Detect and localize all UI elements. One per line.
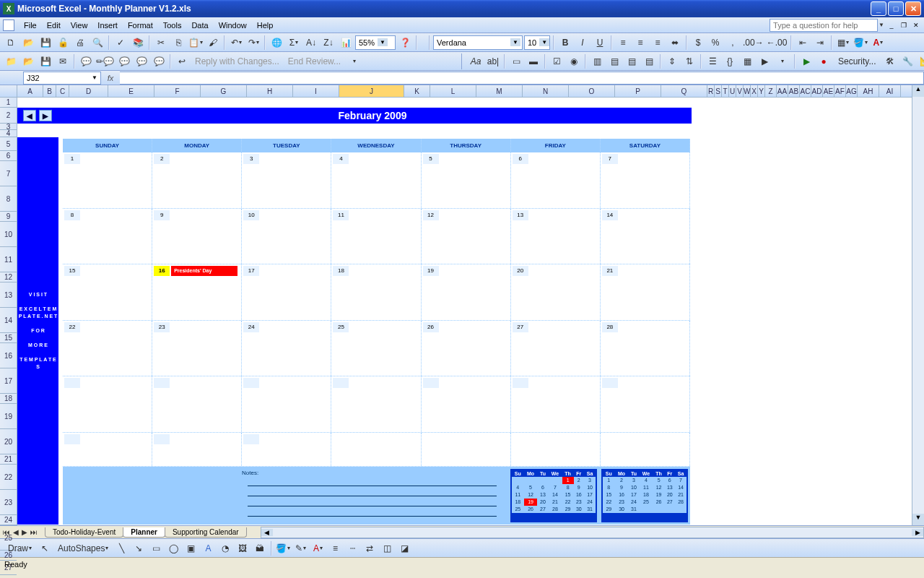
- column-header[interactable]: O: [569, 85, 615, 97]
- calendar-day-cell[interactable]: 27: [511, 321, 601, 376]
- tab-nav-next[interactable]: ▶: [22, 528, 27, 536]
- help-dropdown-icon[interactable]: ▼: [878, 22, 884, 28]
- row-header[interactable]: 9: [0, 212, 17, 222]
- calendar-day-cell[interactable]: 23: [152, 321, 242, 376]
- spelling-button[interactable]: ✓: [113, 35, 128, 51]
- align-right-button[interactable]: ≡: [650, 35, 666, 51]
- cut-button[interactable]: ✂: [153, 35, 169, 51]
- row-header[interactable]: 14: [0, 308, 17, 333]
- calendar-day-cell[interactable]: 2: [152, 152, 242, 208]
- menu-tools[interactable]: Tools: [158, 20, 187, 31]
- calendar-day-cell[interactable]: 9: [152, 209, 242, 264]
- label-button[interactable]: Aa: [468, 53, 484, 69]
- option-button[interactable]: ◉: [566, 53, 582, 69]
- menu-view[interactable]: View: [66, 20, 93, 31]
- column-header[interactable]: T: [722, 85, 729, 97]
- bold-button[interactable]: B: [557, 35, 573, 51]
- autoshapes-button[interactable]: AutoShapes▾: [54, 540, 112, 556]
- listbox-button[interactable]: ▥: [589, 53, 605, 69]
- rectangle-button[interactable]: ▭: [148, 540, 164, 556]
- italic-button[interactable]: I: [575, 35, 590, 51]
- row-header[interactable]: 24: [0, 515, 17, 525]
- notes-line[interactable]: [248, 476, 497, 486]
- code-button[interactable]: {}: [722, 53, 738, 69]
- doc-close-button[interactable]: ✕: [911, 20, 921, 30]
- decrease-decimal-button[interactable]: ←.00: [766, 35, 788, 51]
- toggle-grid-button[interactable]: ▦: [739, 53, 755, 69]
- fx-icon[interactable]: fx: [101, 74, 120, 82]
- control-toolbox-button[interactable]: 🔧: [899, 53, 915, 69]
- open-folder-button[interactable]: 📂: [20, 53, 36, 69]
- column-header[interactable]: I: [293, 85, 339, 97]
- research-button[interactable]: 📚: [130, 35, 146, 51]
- calendar-day-cell[interactable]: [331, 376, 421, 432]
- new-button[interactable]: 🗋: [3, 35, 19, 51]
- permission-button[interactable]: 🔓: [55, 35, 71, 51]
- save-button[interactable]: 💾: [38, 35, 53, 51]
- calendar-day-cell[interactable]: 20: [511, 264, 601, 320]
- calendar-day-cell[interactable]: 25: [331, 321, 421, 376]
- checkbox-button[interactable]: ☑: [549, 53, 565, 69]
- column-header[interactable]: A: [17, 85, 43, 97]
- combo-list-edit-button[interactable]: ▤: [624, 53, 640, 69]
- row-header[interactable]: 16: [0, 343, 17, 368]
- calendar-day-cell[interactable]: 13: [511, 209, 601, 264]
- calendar-day-cell[interactable]: 16Presidents' Day: [152, 264, 242, 320]
- align-center-button[interactable]: ≡: [632, 35, 648, 51]
- decrease-indent-button[interactable]: ⇤: [795, 35, 811, 51]
- increase-decimal-button[interactable]: .00→: [742, 35, 764, 51]
- line-color-button[interactable]: ✎▾: [292, 540, 308, 556]
- window-minimize-button[interactable]: _: [871, 1, 886, 16]
- row-header[interactable]: 1: [0, 98, 17, 108]
- show-comment-button[interactable]: 💬: [151, 53, 167, 69]
- calendar-day-cell[interactable]: 22: [63, 321, 152, 376]
- format-painter-button[interactable]: 🖌: [205, 35, 221, 51]
- calendar-day-cell[interactable]: [242, 376, 331, 432]
- doc-minimize-button[interactable]: _: [886, 20, 897, 30]
- comma-button[interactable]: ,: [725, 35, 741, 51]
- column-header[interactable]: P: [615, 85, 661, 97]
- sort-desc-button[interactable]: Z↓: [321, 35, 336, 51]
- calendar-day-cell[interactable]: [601, 376, 690, 432]
- row-header[interactable]: 23: [0, 490, 17, 515]
- increase-indent-button[interactable]: ⇥: [812, 35, 828, 51]
- underline-button[interactable]: U: [592, 35, 608, 51]
- row-header[interactable]: 21: [0, 454, 17, 465]
- column-header[interactable]: C: [56, 85, 69, 97]
- menu-edit[interactable]: Edit: [42, 20, 66, 31]
- sheet-tab[interactable]: Todo-Holiday-Event: [45, 527, 123, 538]
- select-objects-button[interactable]: ↖: [37, 540, 53, 556]
- row-header[interactable]: 8: [0, 186, 17, 212]
- calendar-day-cell[interactable]: [242, 433, 331, 466]
- notes-line[interactable]: [248, 486, 497, 496]
- print-preview-button[interactable]: 🔍: [90, 35, 105, 51]
- calendar-day-cell[interactable]: 11: [331, 209, 421, 264]
- line-style-button[interactable]: ≡: [327, 540, 343, 556]
- group-box-button[interactable]: ▭: [508, 53, 524, 69]
- calendar-day-cell[interactable]: 17: [242, 264, 331, 320]
- menu-format[interactable]: Format: [123, 20, 158, 31]
- menu-data[interactable]: Data: [186, 20, 213, 31]
- help-button[interactable]: ❓: [397, 35, 413, 51]
- menu-insert[interactable]: Insert: [92, 20, 123, 31]
- tab-nav-prev[interactable]: ◀: [13, 528, 19, 536]
- calendar-day-cell[interactable]: 12: [422, 209, 511, 264]
- calendar-day-cell[interactable]: [511, 433, 601, 466]
- textbox-draw-button[interactable]: ▣: [183, 540, 199, 556]
- combo-dropdown-edit-button[interactable]: ▤: [641, 53, 657, 69]
- column-header[interactable]: S: [715, 85, 722, 97]
- toolbar-options-icon[interactable]: ▾: [346, 53, 362, 69]
- window-maximize-button[interactable]: □: [888, 1, 904, 16]
- font-color-draw-button[interactable]: A▾: [310, 540, 326, 556]
- mail-recipient-button[interactable]: ✉: [55, 53, 71, 69]
- sheet-tab[interactable]: Supporting Calendar: [165, 527, 247, 538]
- calendar-day-cell[interactable]: [422, 376, 511, 432]
- calendar-day-cell[interactable]: 15: [63, 264, 152, 320]
- doc-restore-button[interactable]: ❐: [899, 20, 909, 30]
- row-header[interactable]: 11: [0, 247, 17, 272]
- column-header[interactable]: AD: [811, 85, 823, 97]
- line-button[interactable]: ╲: [113, 540, 129, 556]
- menu-help[interactable]: Help: [252, 20, 279, 31]
- calendar-day-cell[interactable]: [422, 433, 511, 466]
- new-folder-button[interactable]: 📁: [3, 53, 19, 69]
